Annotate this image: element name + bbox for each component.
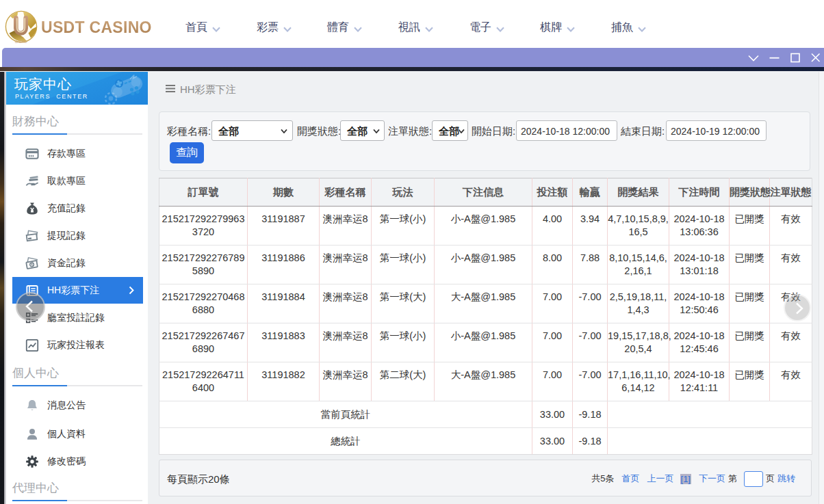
svg-text:CASINO: CASINO — [15, 40, 27, 44]
